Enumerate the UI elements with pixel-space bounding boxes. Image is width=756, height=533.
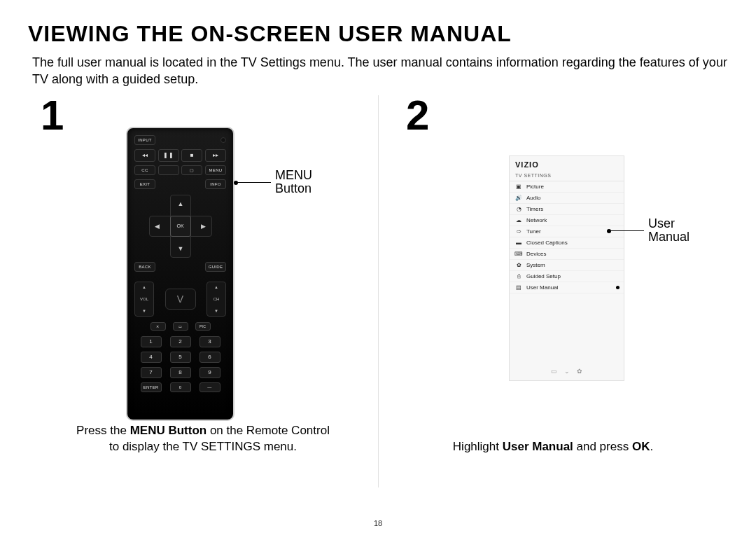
remote-v-button: ▢ <box>181 165 202 175</box>
remote-enter-button: ENTER <box>141 382 162 392</box>
remote-dpad: ▲ ▼ ◀ ▶ OK <box>149 195 212 258</box>
remote-stop-button: ■ <box>181 149 202 162</box>
remote-cc-button: CC <box>134 165 155 175</box>
audio-icon: 🔊 <box>515 195 522 200</box>
footer-wide-icon: ▭ <box>551 368 557 375</box>
remote-num-9: 9 <box>200 367 220 378</box>
tv-item-audio: 🔊Audio <box>510 193 624 204</box>
timers-icon: ◔ <box>515 206 522 212</box>
remote-back-button: BACK <box>134 262 155 272</box>
guided-setup-icon: ⎙ <box>515 273 522 279</box>
step-2-number: 2 <box>406 91 429 139</box>
remote-num-0: 0 <box>170 382 191 392</box>
dpad-up-icon: ▲ <box>178 200 184 207</box>
network-icon: ☁ <box>515 217 522 223</box>
remote-power-led <box>220 137 226 143</box>
remote-fastforward-button: ▸▸ <box>205 149 226 162</box>
page-title: VIEWING THE ON-SCREEN USER MANUAL <box>28 21 728 47</box>
picture-icon: ▣ <box>515 184 522 189</box>
remote-mute-button: ✕ <box>150 322 166 331</box>
remote-input-button: INPUT <box>134 135 155 145</box>
tv-item-network: ☁Network <box>510 215 624 226</box>
step-2-column: 2 VIZIO TV SETTINGS ▣Picture 🔊Audio ◔Tim… <box>378 95 728 487</box>
remote-num-6: 6 <box>200 352 220 363</box>
remote-num-8: 8 <box>170 367 191 378</box>
tv-item-system: ✿System <box>510 260 624 271</box>
remote-pic-button: PIC <box>195 322 211 331</box>
tv-item-guided-setup: ⎙Guided Setup <box>510 271 624 282</box>
user-manual-icon: ▤ <box>515 284 522 290</box>
remote-ok-button: OK <box>170 216 191 237</box>
tv-panel-footer-icons: ▭ ⌄ ✿ <box>510 364 624 380</box>
intro-text: The full user manual is located in the T… <box>28 54 728 88</box>
remote-dash-button: — <box>200 382 220 392</box>
user-manual-callout: User Manual <box>609 217 690 245</box>
footer-down-icon: ⌄ <box>564 368 570 375</box>
callout-user-line2: Manual <box>648 230 690 244</box>
remote-play-pause-button: ❚❚ <box>158 149 179 162</box>
tuner-icon: ⇨ <box>515 228 522 234</box>
dpad-right-icon: ▶ <box>201 223 206 230</box>
remote-guide-button: GUIDE <box>205 262 226 272</box>
footer-gear-icon: ✿ <box>577 368 582 375</box>
step-1-number: 1 <box>41 91 64 139</box>
tv-item-picture: ▣Picture <box>510 181 624 193</box>
tv-item-user-manual: ▤User Manual <box>510 282 624 293</box>
step-1-caption: Press the MENU Button on the Remote Cont… <box>28 423 378 455</box>
remote-num-2: 2 <box>170 336 191 347</box>
remote-rewind-button: ◂◂ <box>134 149 155 162</box>
menu-button-callout: MENU Button <box>236 169 312 197</box>
remote-num-5: 5 <box>170 352 191 363</box>
remote-num-4: 4 <box>141 352 162 363</box>
callout-menu-line1: MENU <box>275 169 312 183</box>
devices-icon: ⌨ <box>515 251 522 256</box>
dpad-left-icon: ◀ <box>155 223 160 230</box>
remote-wide-button: ▭ <box>173 322 188 331</box>
dpad-down-icon: ▼ <box>178 245 184 252</box>
remote-vizio-logo-button: V <box>165 289 196 310</box>
step-1-column: 1 INPUT ◂◂ ❚❚ ■ ▸▸ CC <box>28 95 378 487</box>
remote-volume-rocker: ▲VOL▼ <box>134 282 154 317</box>
tv-brand-label: VIZIO <box>510 156 624 172</box>
tv-item-devices: ⌨Devices <box>510 249 624 260</box>
tv-settings-panel-illustration: VIZIO TV SETTINGS ▣Picture 🔊Audio ◔Timer… <box>509 155 624 381</box>
step-2-caption: Highlight User Manual and press OK. <box>378 439 728 455</box>
callout-menu-line2: Button <box>275 182 312 196</box>
remote-num-1: 1 <box>141 336 162 347</box>
remote-channel-rocker: ▲CH▼ <box>206 282 226 317</box>
cc-icon: ▬ <box>515 240 522 245</box>
remote-menu-button: MENU <box>205 165 226 175</box>
tv-item-timers: ◔Timers <box>510 204 624 215</box>
tv-item-closed-captions: ▬Closed Captions <box>510 237 624 249</box>
tv-settings-header: TV SETTINGS <box>510 172 624 181</box>
remote-illustration: INPUT ◂◂ ❚❚ ■ ▸▸ CC ▢ MENU <box>126 127 234 421</box>
remote-num-3: 3 <box>200 336 220 347</box>
remote-num-7: 7 <box>141 367 162 378</box>
callout-user-line1: User <box>648 217 690 231</box>
remote-blank-button-1 <box>158 165 179 175</box>
system-icon: ✿ <box>515 262 522 268</box>
remote-info-button: INFO <box>205 179 226 189</box>
page-number: 18 <box>0 519 756 527</box>
remote-exit-button: EXIT <box>134 179 155 189</box>
